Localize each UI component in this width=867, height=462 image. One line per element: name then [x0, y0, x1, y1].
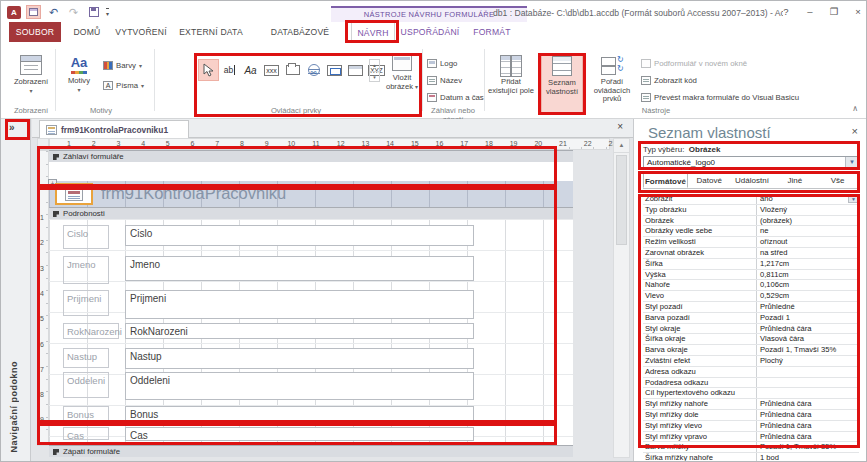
ribbon-tab-vytvo-en-[interactable]: VYTVOŘENÍ — [111, 22, 171, 42]
property-value[interactable]: Plochý — [757, 356, 859, 366]
restore-button[interactable]: ❐ — [828, 6, 840, 17]
ribbon-tab-dom-[interactable]: DOMŮ — [65, 22, 109, 42]
field-textbox-cas[interactable]: Cas — [125, 427, 474, 441]
property-value[interactable]: Průhledná čára — [757, 421, 859, 431]
property-value[interactable]: oříznout — [757, 237, 859, 247]
field-textbox-prijmeni[interactable]: Prijmeni — [125, 290, 474, 319]
property-tab-datov-[interactable]: Datové — [688, 173, 731, 188]
form-design-icon[interactable] — [26, 5, 41, 19]
date-time-button[interactable]: Datum a čas — [427, 90, 484, 105]
property-value[interactable]: 1 bod — [757, 453, 859, 462]
ribbon-tab-soubor[interactable]: SOUBOR — [9, 22, 61, 42]
property-tab-ud-lostn-[interactable]: Událostní — [731, 173, 774, 188]
form-logo-placeholder[interactable] — [55, 183, 93, 205]
property-value[interactable]: 1,217cm — [757, 259, 859, 269]
property-value[interactable]: Pozadí 1, Tmavší 35% — [757, 345, 859, 355]
property-value[interactable]: 0,106cm — [757, 280, 859, 290]
title-button[interactable]: Název — [427, 73, 462, 88]
property-value[interactable] — [757, 388, 859, 398]
tab-control-icon[interactable] — [282, 59, 303, 81]
insert-image-button[interactable]: Vložit obrázek ▾ — [384, 54, 420, 114]
redo-icon[interactable]: ↷ — [66, 5, 81, 19]
ribbon-tab-extern-data[interactable]: EXTERNÍ DATA — [173, 22, 249, 42]
vertical-scrollbar[interactable]: ▲ — [613, 138, 630, 458]
nav-pane-expand-button[interactable]: » — [9, 122, 15, 133]
property-value[interactable]: Průhledné — [757, 302, 859, 312]
combo-dropdown-icon[interactable]: ▼ — [845, 157, 858, 168]
property-value[interactable]: Průhledná čára — [757, 324, 859, 334]
detail-grid[interactable]: CisloCisloJmenoJmenoPrijmeniPrijmeniRokN… — [49, 219, 573, 445]
property-value[interactable]: Vlasová čára — [757, 334, 859, 344]
property-value[interactable]: Průhledná čára — [757, 432, 859, 442]
property-value[interactable]: 0,811cm — [757, 270, 859, 280]
views-button[interactable]: Zobrazení▾ — [9, 54, 53, 114]
tool-button-1[interactable]: Zobrazit kód — [641, 73, 697, 88]
help-button[interactable]: ? — [780, 6, 792, 17]
property-value[interactable]: Pozadí 1, Tmavší 35% — [757, 442, 859, 452]
close-button[interactable]: × — [852, 6, 864, 17]
field-label-prijmeni[interactable]: Prijmeni — [63, 290, 109, 316]
save-icon[interactable] — [86, 5, 101, 19]
field-label-jmeno[interactable]: Jmeno — [63, 256, 109, 284]
property-sheet-button[interactable]: Seznam vlastností — [541, 54, 583, 114]
field-label-bonus[interactable]: Bonus — [63, 406, 109, 422]
property-value[interactable]: Průhledná čára — [757, 410, 859, 420]
field-label-oddeleni[interactable]: Oddeleni — [63, 372, 109, 398]
field-textbox-nastup[interactable]: Nastup — [125, 348, 474, 369]
field-textbox-oddeleni[interactable]: Oddeleni — [125, 372, 474, 400]
field-label-cas[interactable]: Cas — [63, 427, 109, 440]
form-footer-section-bar[interactable]: Zápatí formuláře — [49, 445, 573, 457]
property-value[interactable] — [757, 378, 859, 388]
label-icon[interactable]: Aa — [240, 59, 261, 81]
object-selector-combo[interactable]: Automatické_logo0 ▼ — [643, 156, 859, 169]
ribbon-tab-form-t[interactable]: FORMÁT — [465, 22, 519, 42]
property-value[interactable]: Pozadí 1 — [757, 313, 859, 323]
collapse-ribbon-icon[interactable]: ∧ — [852, 104, 858, 113]
property-value[interactable]: (obrázek) — [757, 216, 859, 226]
property-value[interactable]: Vložený — [757, 205, 859, 215]
subform-icon[interactable] — [345, 59, 366, 81]
field-textbox-roknarozeni[interactable]: RokNarozeni — [125, 323, 474, 339]
property-value[interactable]: 0,529cm — [757, 291, 859, 301]
property-value[interactable]: ano — [757, 194, 859, 204]
field-label-nastup[interactable]: Nastup — [63, 348, 109, 368]
property-value[interactable] — [757, 367, 859, 377]
themes-button[interactable]: Aa Motivy▾ — [59, 54, 99, 114]
tool-button-2[interactable]: Převést makra formuláře do Visual Basicu — [641, 90, 799, 105]
property-value[interactable]: ne — [757, 226, 859, 236]
add-existing-fields-button[interactable]: Přidat existující pole — [487, 54, 535, 114]
scrollbar-thumb[interactable] — [616, 155, 627, 245]
minimize-button[interactable]: – — [804, 6, 816, 17]
select-icon[interactable] — [198, 59, 219, 81]
document-tab[interactable]: frm91KontrolaPracovniku1 — [39, 120, 189, 138]
field-label-cislo[interactable]: Cislo — [63, 225, 109, 249]
ribbon-tab-n-vrh[interactable]: NÁVRH — [351, 22, 395, 42]
form-footer-band[interactable] — [49, 457, 573, 462]
property-tab-v-e[interactable]: Vše — [816, 173, 859, 188]
customize-qat-icon[interactable]: ▾ — [106, 8, 109, 17]
property-dropdown-icon[interactable]: ▼ — [848, 194, 859, 203]
property-tab-form-tov-[interactable]: Formátové — [643, 173, 688, 188]
hyperlink-icon[interactable] — [303, 59, 324, 81]
field-textbox-jmeno[interactable]: Jmeno — [125, 256, 474, 281]
logo-button[interactable]: Logo — [427, 56, 457, 71]
detail-section-bar[interactable]: Podrobnosti — [49, 207, 573, 219]
web-browser-control-icon[interactable] — [324, 59, 345, 81]
field-label-roknarozeni[interactable]: RokNarozeni — [63, 323, 119, 339]
button-icon[interactable]: xxx — [261, 59, 282, 81]
property-tab-jin-[interactable]: Jiné — [773, 173, 816, 188]
undo-icon[interactable]: ↶ — [46, 5, 61, 19]
fonts-button[interactable]: A Písma▾ — [103, 78, 144, 93]
nav-pane-vertical-label[interactable]: Navigační podokno — [9, 361, 19, 453]
property-value[interactable]: na střed — [757, 248, 859, 258]
ribbon-tab-uspo-d-n-[interactable]: USPOŘÁDÁNÍ — [397, 22, 463, 42]
gallery-scroll[interactable]: ▴▾ — [369, 59, 380, 82]
field-textbox-cislo[interactable]: Cislo — [125, 225, 474, 246]
ribbon-tab-datab-zov-n-stroje[interactable]: DATABÁZOVÉ NÁSTROJE — [251, 22, 349, 42]
colors-button[interactable]: Barvy▾ — [103, 58, 142, 73]
form-header-section-bar[interactable]: Záhlaví formuláře — [49, 150, 573, 162]
scroll-up-icon[interactable]: ▲ — [614, 139, 629, 153]
property-sheet-close-icon[interactable]: × — [852, 125, 858, 137]
tab-order-button[interactable]: Pořadí ovládacích prvků — [587, 54, 637, 114]
document-close-icon[interactable]: × — [617, 121, 623, 132]
